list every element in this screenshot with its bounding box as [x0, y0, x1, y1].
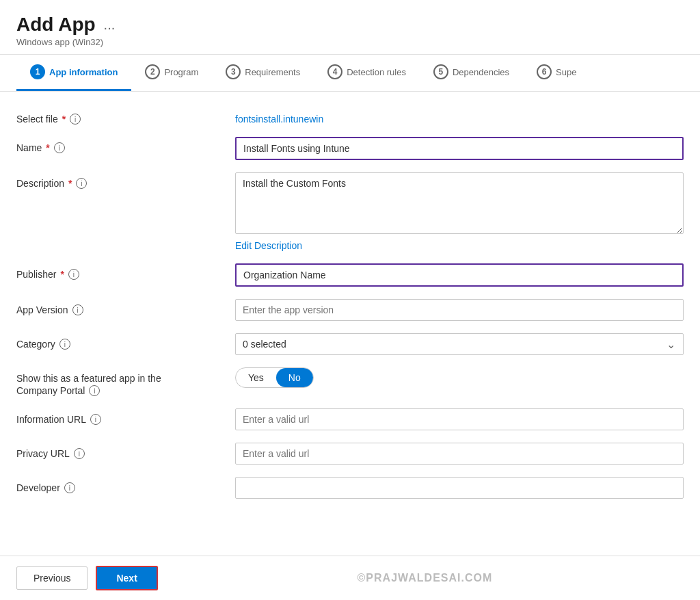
publisher-input[interactable] — [235, 263, 684, 287]
privacy-url-row: Privacy URL i — [16, 443, 684, 465]
tab-label-6: Supe — [556, 67, 576, 77]
header: Add App ... Windows app (Win32) — [0, 0, 700, 55]
tab-program[interactable]: 2 Program — [131, 55, 212, 91]
app-version-label-text: App Version — [16, 304, 68, 315]
featured-app-label-text: Show this as a featured app in the — [16, 373, 161, 384]
app-version-label: App Version i — [16, 299, 208, 315]
select-file-link[interactable]: fontsinstall.intunewin — [235, 108, 323, 125]
tab-app-information[interactable]: 1 App information — [16, 55, 131, 91]
publisher-label-text: Publisher — [16, 269, 56, 280]
select-file-info-icon[interactable]: i — [70, 114, 81, 125]
information-url-info-icon[interactable]: i — [90, 414, 101, 425]
previous-button[interactable]: Previous — [16, 566, 88, 590]
watermark: ©PRAJWALDESAI.COM — [166, 572, 684, 584]
information-url-label: Information URL i — [16, 408, 208, 425]
app-version-row: App Version i — [16, 299, 684, 321]
app-version-control — [235, 299, 684, 321]
developer-row: Developer i — [16, 477, 684, 499]
category-label: Category i — [16, 333, 208, 350]
name-row: Name * i — [16, 137, 684, 160]
tab-number-6: 6 — [537, 64, 552, 79]
publisher-row: Publisher * i — [16, 263, 684, 287]
name-info-icon[interactable]: i — [54, 142, 65, 153]
page-title: Add App — [16, 14, 96, 36]
privacy-url-control — [235, 443, 684, 465]
tab-bar: 1 App information 2 Program 3 Requiremen… — [0, 55, 700, 92]
name-label: Name * i — [16, 137, 208, 153]
developer-info-icon[interactable]: i — [64, 482, 75, 493]
ellipsis-menu[interactable]: ... — [104, 17, 116, 33]
name-input[interactable] — [235, 137, 684, 160]
select-file-label-text: Select file — [16, 114, 58, 125]
tab-requirements[interactable]: 3 Requirements — [212, 55, 314, 91]
select-file-required: * — [62, 114, 66, 125]
information-url-input[interactable] — [235, 408, 684, 430]
publisher-required: * — [60, 269, 64, 280]
category-select[interactable]: 0 selected — [235, 333, 684, 355]
privacy-url-label: Privacy URL i — [16, 443, 208, 459]
tab-number-5: 5 — [433, 64, 448, 79]
category-row: Category i 0 selected ⌄ — [16, 333, 684, 355]
page-subtitle: Windows app (Win32) — [16, 37, 684, 47]
category-label-text: Category — [16, 339, 55, 350]
featured-app-info-icon[interactable]: i — [89, 385, 100, 396]
featured-app-control: Yes No — [235, 367, 684, 388]
featured-app-label: Show this as a featured app in the Compa… — [16, 367, 208, 396]
publisher-info-icon[interactable]: i — [68, 269, 79, 280]
privacy-url-input[interactable] — [235, 443, 684, 465]
tab-supe[interactable]: 6 Supe — [523, 55, 590, 91]
name-required: * — [46, 142, 49, 153]
tab-label-1: App information — [49, 67, 118, 77]
select-file-control: fontsinstall.intunewin — [235, 108, 684, 125]
page-container: Add App ... Windows app (Win32) 1 App in… — [0, 0, 700, 600]
featured-app-label-text2: Company Portal — [16, 385, 85, 396]
main-content: Select file * i fontsinstall.intunewin N… — [0, 92, 700, 556]
description-required: * — [68, 178, 72, 189]
featured-app-row: Show this as a featured app in the Compa… — [16, 367, 684, 396]
name-label-text: Name — [16, 142, 42, 153]
tab-label-2: Program — [164, 67, 198, 77]
publisher-control — [235, 263, 684, 287]
tab-dependencies[interactable]: 5 Dependencies — [420, 55, 523, 91]
tab-detection-rules[interactable]: 4 Detection rules — [314, 55, 420, 91]
select-file-label: Select file * i — [16, 108, 208, 125]
app-version-input[interactable] — [235, 299, 684, 321]
tab-number-1: 1 — [30, 64, 45, 79]
information-url-control — [235, 408, 684, 430]
next-button[interactable]: Next — [96, 566, 157, 590]
tab-label-4: Detection rules — [347, 67, 406, 77]
privacy-url-label-text: Privacy URL — [16, 448, 70, 459]
app-version-info-icon[interactable]: i — [72, 304, 83, 315]
developer-input[interactable] — [235, 477, 684, 499]
tab-number-3: 3 — [226, 64, 241, 79]
category-control: 0 selected ⌄ — [235, 333, 684, 355]
featured-app-yes-button[interactable]: Yes — [236, 368, 276, 387]
tab-number-4: 4 — [327, 64, 342, 79]
description-control: Install the Custom Fonts Edit Descriptio… — [235, 172, 684, 251]
edit-description-link[interactable]: Edit Description — [235, 240, 684, 251]
description-label: Description * i — [16, 172, 208, 189]
privacy-url-info-icon[interactable]: i — [74, 448, 85, 459]
featured-app-toggle-group: Yes No — [235, 367, 314, 388]
tab-label-3: Requirements — [245, 67, 300, 77]
developer-label-text: Developer — [16, 482, 60, 493]
tab-number-2: 2 — [145, 64, 160, 79]
information-url-row: Information URL i — [16, 408, 684, 430]
tab-label-5: Dependencies — [453, 67, 509, 77]
category-info-icon[interactable]: i — [59, 339, 70, 350]
description-textarea[interactable]: Install the Custom Fonts — [235, 172, 684, 234]
description-label-text: Description — [16, 178, 64, 189]
name-control — [235, 137, 684, 160]
footer: Previous Next ©PRAJWALDESAI.COM — [0, 556, 700, 600]
information-url-label-text: Information URL — [16, 414, 86, 425]
featured-app-no-button[interactable]: No — [276, 368, 313, 387]
description-row: Description * i Install the Custom Fonts… — [16, 172, 684, 251]
publisher-label: Publisher * i — [16, 263, 208, 280]
developer-control — [235, 477, 684, 499]
description-info-icon[interactable]: i — [76, 178, 87, 189]
developer-label: Developer i — [16, 477, 208, 493]
select-file-row: Select file * i fontsinstall.intunewin — [16, 108, 684, 125]
